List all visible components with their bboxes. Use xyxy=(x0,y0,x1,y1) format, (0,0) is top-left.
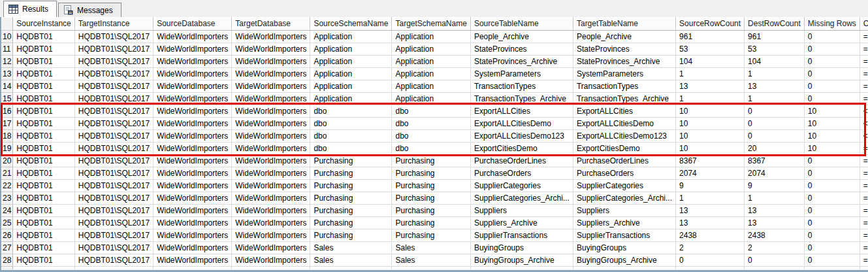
cell[interactable]: 0 xyxy=(804,216,860,229)
cell[interactable]: HQDBT01\SQL2017 xyxy=(74,105,153,117)
row-number[interactable]: 12 xyxy=(1,55,13,67)
cell[interactable]: ExportALLCitiesDemo123 xyxy=(573,129,675,142)
cell[interactable]: 2 xyxy=(676,241,745,254)
cell[interactable]: 13 xyxy=(676,216,745,229)
cell[interactable]: SupplierCategories xyxy=(470,179,573,192)
row-number[interactable]: 17 xyxy=(1,117,13,129)
cell[interactable]: Purchasing xyxy=(392,167,470,179)
cell[interactable]: WideWorldImporters xyxy=(153,179,232,192)
row-number[interactable]: 10 xyxy=(1,30,13,42)
row-number[interactable]: 11 xyxy=(1,42,13,55)
cell[interactable]: PurchaseOrders xyxy=(470,167,573,179)
row-number[interactable]: 16 xyxy=(1,105,13,117)
cell[interactable]: Purchasing xyxy=(392,179,470,192)
cell[interactable]: 0 xyxy=(804,67,860,80)
cell[interactable]: 0 xyxy=(804,241,860,254)
cell[interactable]: ExportALLCitiesDemo123 xyxy=(470,129,573,142)
cell[interactable]: 104 xyxy=(676,55,745,67)
cell[interactable]: <= xyxy=(860,117,868,129)
cell[interactable]: = xyxy=(860,42,868,55)
cell[interactable]: HQDBT01\SQL2017 xyxy=(74,167,153,179)
cell[interactable]: HQDBT01\SQL2017 xyxy=(74,241,153,254)
row-number[interactable]: 23 xyxy=(1,192,13,204)
cell[interactable]: Suppliers_Archive xyxy=(573,216,675,229)
cell[interactable]: WideWorldImporters xyxy=(232,92,310,105)
cell[interactable]: 0 xyxy=(745,105,805,117)
cell[interactable]: WideWorldImporters xyxy=(232,216,310,229)
cell[interactable]: HQDBT01\SQL2017 xyxy=(74,204,153,216)
cell[interactable]: = xyxy=(860,254,868,266)
cell[interactable]: BuyingGroups_Archive xyxy=(573,254,675,266)
cell[interactable]: Sales xyxy=(392,254,470,266)
cell[interactable]: = xyxy=(860,30,868,42)
column-header[interactable]: SourceDatabase xyxy=(153,17,232,30)
cell[interactable]: 0 xyxy=(804,30,860,42)
cell[interactable]: HQDBT01\SQL2017 xyxy=(74,80,153,92)
cell[interactable]: TransactionTypes xyxy=(470,80,573,92)
cell[interactable]: 0 xyxy=(804,167,860,179)
cell[interactable]: WideWorldImporters xyxy=(232,254,310,266)
cell[interactable]: Suppliers_Archive xyxy=(470,216,573,229)
cell[interactable]: 1 xyxy=(745,92,805,105)
cell[interactable]: dbo xyxy=(392,105,470,117)
cell[interactable]: ExportALLCities xyxy=(573,105,675,117)
row-number[interactable]: 22 xyxy=(1,179,13,192)
cell[interactable]: 2074 xyxy=(745,167,805,179)
cell[interactable]: 13 xyxy=(676,80,745,92)
cell[interactable]: HQDBT01\SQL2017 xyxy=(74,129,153,142)
cell[interactable]: Purchasing xyxy=(392,154,470,167)
cell[interactable]: WideWorldImporters xyxy=(232,117,310,129)
cell[interactable]: 8367 xyxy=(745,154,805,167)
cell[interactable]: ExportALLCitiesDemo xyxy=(470,117,573,129)
cell[interactable]: 0 xyxy=(804,204,860,216)
cell[interactable]: HQDBT01\SQL2017 xyxy=(74,42,153,55)
cell[interactable]: WideWorldImporters xyxy=(153,67,232,80)
cell[interactable]: HQDBT01\SQL2017 xyxy=(74,192,153,204)
cell[interactable]: WideWorldImporters xyxy=(232,42,310,55)
cell[interactable]: BuyingGroups xyxy=(470,241,573,254)
cell[interactable]: 10 xyxy=(676,142,745,154)
cell[interactable]: WideWorldImporters xyxy=(153,192,232,204)
cell[interactable]: People_Archive xyxy=(470,30,573,42)
cell[interactable]: = xyxy=(860,67,868,80)
cell[interactable]: WideWorldImporters xyxy=(153,55,232,67)
cell[interactable]: Purchasing xyxy=(392,192,470,204)
cell[interactable]: 0 xyxy=(804,179,860,192)
cell[interactable]: WideWorldImporters xyxy=(153,30,232,42)
cell[interactable]: WideWorldImporters xyxy=(232,30,310,42)
cell[interactable]: TransactionTypes xyxy=(573,80,675,92)
row-number[interactable]: 15 xyxy=(1,92,13,105)
cell[interactable]: PurchaseOrderLines xyxy=(573,154,675,167)
cell[interactable]: HQDBT01 xyxy=(13,117,74,129)
tab-results[interactable]: Results xyxy=(3,1,57,17)
cell[interactable]: ExportALLCitiesDemo xyxy=(573,117,675,129)
cell[interactable]: HQDBT01 xyxy=(13,241,74,254)
cell[interactable]: HQDBT01\SQL2017 xyxy=(74,179,153,192)
cell[interactable]: WideWorldImporters xyxy=(153,92,232,105)
cell[interactable]: 1 xyxy=(676,192,745,204)
cell[interactable]: 10 xyxy=(804,105,860,117)
cell[interactable]: Application xyxy=(310,92,392,105)
cell[interactable]: HQDBT01\SQL2017 xyxy=(74,216,153,229)
cell[interactable]: Purchasing xyxy=(310,229,392,241)
cell[interactable]: 1 xyxy=(745,67,805,80)
select-all-corner[interactable] xyxy=(1,17,13,30)
cell[interactable]: WideWorldImporters xyxy=(232,167,310,179)
cell[interactable]: 2438 xyxy=(745,229,805,241)
cell[interactable]: 10 xyxy=(676,117,745,129)
cell[interactable]: Purchasing xyxy=(310,167,392,179)
cell[interactable]: StateProvinces_Archive xyxy=(470,55,573,67)
cell[interactable]: HQDBT01\SQL2017 xyxy=(74,142,153,154)
cell[interactable]: ExportCitiesDemo xyxy=(573,142,675,154)
cell[interactable]: WideWorldImporters xyxy=(232,204,310,216)
cell[interactable]: HQDBT01\SQL2017 xyxy=(74,229,153,241)
cell[interactable]: 0 xyxy=(804,192,860,204)
row-number[interactable]: 28 xyxy=(1,254,13,266)
cell[interactable]: = xyxy=(860,179,868,192)
tab-messages[interactable]: Messages xyxy=(58,3,121,17)
cell[interactable]: = xyxy=(860,241,868,254)
cell[interactable]: Sales xyxy=(310,241,392,254)
cell[interactable]: WideWorldImporters xyxy=(153,129,232,142)
cell[interactable]: Application xyxy=(310,42,392,55)
cell[interactable]: = xyxy=(860,92,868,105)
